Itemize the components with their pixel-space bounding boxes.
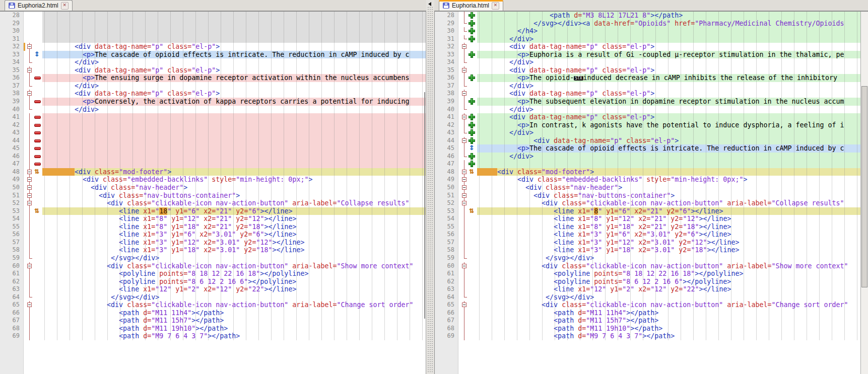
code-text[interactable]: </div>	[477, 153, 861, 161]
code-text[interactable]: <line x1="3" y1="12" x2="3.01" y2="12"><…	[42, 239, 426, 247]
close-icon[interactable]: ✕	[61, 2, 69, 10]
code-text[interactable]: <div data-tag-name="p" class="el-p">	[477, 137, 861, 145]
close-icon[interactable]: ✕	[492, 2, 499, 10]
code-text[interactable]: </div>	[42, 58, 426, 66]
code-text[interactable]: <line x1="8" y1="12" x2="21" y2="12"></l…	[42, 215, 426, 223]
code-text[interactable]: <path d="M3 8L12 17L21 8"></path>	[477, 12, 861, 20]
fold-collapse-icon[interactable]	[462, 91, 466, 96]
code-text[interactable]: <path d="M11 15h7"></path>	[42, 317, 426, 325]
fold-collapse-icon[interactable]	[27, 264, 32, 268]
code-text[interactable]: <div data-tag-name="p" class="el-p">	[477, 66, 861, 74]
tab-euphoria-html[interactable]: Euphoria.html ✕	[439, 0, 503, 11]
code-text[interactable]	[42, 12, 426, 20]
code-text[interactable]: <p>The ensuing surge in dopamine recepto…	[42, 74, 426, 82]
fold-collapse-icon[interactable]	[27, 193, 32, 198]
left-editor[interactable]: 2829303132 <div data-tag-name="p" class=…	[0, 11, 426, 374]
fold-collapse-icon[interactable]	[462, 264, 466, 268]
code-text[interactable]: <polyline points="8 18 12 22 16 18"></po…	[477, 270, 861, 278]
scrollbar-thumb[interactable]	[861, 86, 867, 287]
code-text[interactable]: <div class="nav-buttons-container">	[477, 192, 861, 200]
code-text[interactable]: <line x1="12" y1="2" x2="12" y2="22"></l…	[477, 285, 861, 293]
code-text[interactable]: <line x1="3" y1="18" x2="3.01" y2="18"><…	[42, 246, 426, 254]
view-splitter[interactable]	[426, 0, 434, 374]
code-text[interactable]: <line x1="3" y1="12" x2="3.01" y2="12"><…	[477, 239, 861, 247]
left-scrollbar-thumb[interactable]	[424, 92, 425, 319]
code-text[interactable]	[42, 160, 426, 168]
code-text[interactable]	[42, 113, 426, 121]
code-text[interactable]: <div class="nav-buttons-container">	[42, 192, 426, 200]
code-text[interactable]: <div class="embedded-backlinks" style="m…	[42, 176, 426, 184]
code-text[interactable]: </div>	[477, 129, 861, 137]
tab-euphoria2-html[interactable]: Euphoria2.html ✕	[5, 0, 73, 11]
fold-collapse-icon[interactable]	[27, 185, 32, 190]
code-text[interactable]: <path d="M11 19h10"></path>	[477, 325, 861, 333]
code-text[interactable]: <p>Euphoria is a result of Gi -coupled µ…	[477, 51, 861, 59]
code-text[interactable]: <div class="mod-footer">	[42, 168, 426, 176]
fold-collapse-icon[interactable]	[462, 44, 466, 49]
code-text[interactable]: <p>In contrast, k agonists have the pote…	[477, 121, 861, 129]
code-text[interactable]: <line x1="8" y1="18" x2="21" y2="18"></l…	[42, 223, 426, 231]
code-text[interactable]: <div data-tag-name="p" class="el-p">	[477, 90, 861, 98]
code-text[interactable]: </svg></div><a data-href="Opioids" href=…	[477, 20, 861, 28]
fold-collapse-icon[interactable]	[462, 303, 466, 307]
fold-collapse-icon[interactable]	[462, 138, 466, 143]
code-text[interactable]: <p>The cascade of opioid effects is intr…	[477, 144, 861, 153]
code-text[interactable]: <path d="M11 15h7"></path>	[477, 317, 861, 325]
code-text[interactable]: <div class="clickable-icon nav-action-bu…	[477, 262, 861, 270]
code-text[interactable]: </svg></div>	[477, 293, 861, 302]
code-text[interactable]: <path d="M11 11h4"></path>	[477, 309, 861, 317]
code-text[interactable]: </svg></div>	[477, 254, 861, 262]
code-text[interactable]: <line x1="3" y1="18" x2="3.01" y2="18"><…	[477, 246, 861, 254]
code-text[interactable]: <path d="M11 19h10"></path>	[42, 325, 426, 333]
code-text[interactable]: <p>The opioid-STXinduced decrease in cAM…	[477, 74, 861, 82]
fold-collapse-icon[interactable]	[462, 185, 466, 190]
code-text[interactable]: <div class="embedded-backlinks" style="m…	[477, 176, 861, 184]
code-text[interactable]: <div class="clickable-icon nav-action-bu…	[477, 301, 861, 309]
fold-collapse-icon[interactable]	[462, 68, 466, 72]
code-text[interactable]: <div class="nav-header">	[42, 184, 426, 192]
code-text[interactable]: <div class="clickable-icon nav-action-bu…	[42, 199, 426, 207]
code-text[interactable]	[477, 160, 861, 168]
fold-collapse-icon[interactable]	[27, 44, 32, 49]
code-text[interactable]: <polyline points="8 18 12 22 16 18"></po…	[42, 270, 426, 278]
code-text[interactable]: <path d="M9 7 6 4 3 7"></path>	[42, 332, 426, 340]
fold-collapse-icon[interactable]	[462, 170, 466, 174]
fold-collapse-icon[interactable]	[27, 91, 32, 96]
code-text[interactable]: <div data-tag-name="p" class="el-p">	[42, 90, 426, 98]
code-text[interactable]	[42, 35, 426, 43]
code-text[interactable]: </div>	[477, 82, 861, 90]
code-text[interactable]	[42, 129, 426, 137]
fold-collapse-icon[interactable]	[27, 303, 32, 307]
code-text[interactable]	[42, 27, 426, 35]
code-text[interactable]: </div>	[42, 106, 426, 114]
code-text[interactable]: <div class="mod-footer">	[477, 168, 861, 176]
code-text[interactable]: </svg></div>	[42, 254, 426, 262]
code-text[interactable]: <polyline points="8 6 12 2 16 6"></polyl…	[42, 278, 426, 286]
code-text[interactable]: <line x1="8" y1="6" x2="21" y2="6"></lin…	[477, 207, 861, 215]
code-text[interactable]: <div data-tag-name="p" class="el-p">	[477, 43, 861, 51]
code-text[interactable]: <p>The cascade of opioid effects is intr…	[42, 51, 426, 59]
code-text[interactable]: <div class="clickable-icon nav-action-bu…	[42, 262, 426, 270]
fold-collapse-icon[interactable]	[462, 201, 466, 205]
code-text[interactable]	[42, 20, 426, 28]
vertical-scrollbar[interactable]	[860, 12, 868, 374]
code-text[interactable]: </h4>	[477, 27, 861, 35]
code-text[interactable]: </svg></div>	[42, 293, 426, 302]
splitter-collapse-arrow-icon[interactable]	[428, 2, 431, 6]
fold-collapse-icon[interactable]	[27, 177, 32, 182]
code-text[interactable]: <div data-tag-name="p" class="el-p">	[477, 113, 861, 121]
code-text[interactable]: <path d="M11 11h4"></path>	[42, 309, 426, 317]
code-text[interactable]: <line x1="8" y1="12" x2="21" y2="12"></l…	[477, 215, 861, 223]
code-text[interactable]: <line x1="8" y1="18" x2="21" y2="18"></l…	[477, 223, 861, 231]
fold-collapse-icon[interactable]	[27, 201, 32, 205]
code-text[interactable]: <p>Conversely, the activation of kappa r…	[42, 98, 426, 106]
code-text[interactable]: <path d="M9 7 6 4 3 7"></path>	[477, 332, 861, 340]
code-text[interactable]: <div class="nav-header">	[477, 184, 861, 192]
code-text[interactable]: </div>	[477, 35, 861, 43]
code-text[interactable]: <div data-tag-name="p" class="el-p">	[42, 66, 426, 74]
code-text[interactable]: <div data-tag-name="p" class="el-p">	[42, 43, 426, 51]
code-text[interactable]	[42, 121, 426, 129]
fold-collapse-icon[interactable]	[462, 193, 466, 198]
code-text[interactable]	[42, 144, 426, 153]
code-text[interactable]: <div class="clickable-icon nav-action-bu…	[477, 199, 861, 207]
